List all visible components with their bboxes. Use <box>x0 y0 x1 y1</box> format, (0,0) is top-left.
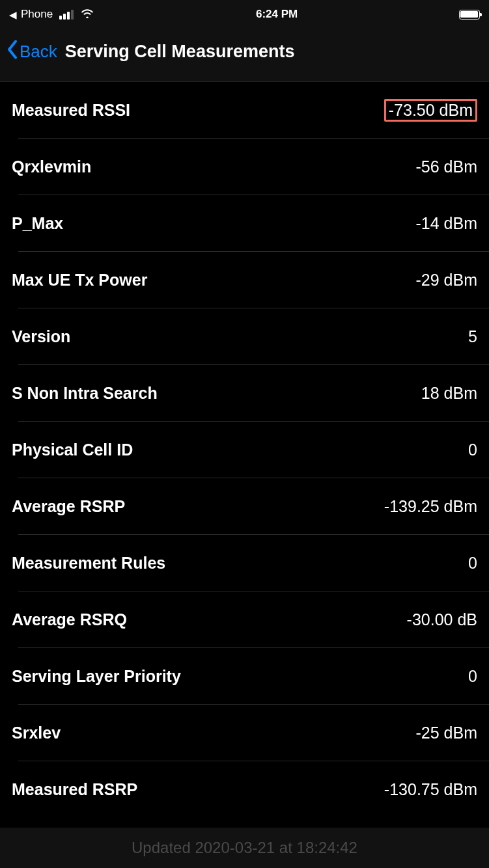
list-item[interactable]: Serving Layer Priority0 <box>0 648 489 705</box>
cellular-signal-icon <box>59 10 74 20</box>
row-value: 5 <box>468 327 477 346</box>
row-value: 0 <box>468 667 477 686</box>
row-value: 0 <box>468 441 477 459</box>
row-value: 0 <box>468 554 477 573</box>
list-item[interactable]: Qrxlevmin-56 dBm <box>0 139 489 195</box>
row-value: -29 dBm <box>416 271 477 290</box>
row-label: Max UE Tx Power <box>12 271 147 290</box>
back-button[interactable]: Back <box>7 40 63 64</box>
chevron-left-icon <box>7 40 18 64</box>
row-label: Physical Cell ID <box>12 441 133 459</box>
row-value: 18 dBm <box>421 384 477 403</box>
row-label: P_Max <box>12 214 63 233</box>
list-item[interactable]: Average RSRP-139.25 dBm <box>0 478 489 535</box>
back-to-app-icon[interactable]: ◀ <box>9 10 17 20</box>
measurement-list[interactable]: Measured RSSI-73.50 dBmQrxlevmin-56 dBmP… <box>0 82 489 818</box>
list-item[interactable]: Measurement Rules0 <box>0 535 489 591</box>
row-label: Measured RSSI <box>12 101 130 120</box>
row-label: Measured RSRP <box>12 780 137 799</box>
row-label: Average RSRQ <box>12 610 127 629</box>
row-label: S Non Intra Search <box>12 384 158 403</box>
back-label: Back <box>20 42 57 62</box>
row-value: -73.50 dBm <box>384 99 477 122</box>
row-value: -139.25 dBm <box>384 497 477 516</box>
footer-overlay: Updated 2020-03-21 at 18:24:42 <box>0 828 489 868</box>
list-item[interactable]: P_Max-14 dBm <box>0 195 489 252</box>
status-left: ◀ Phone <box>9 8 94 21</box>
status-time: 6:24 PM <box>256 8 298 21</box>
battery-icon <box>459 10 480 20</box>
nav-bar: Back Serving Cell Measurements <box>0 29 489 82</box>
list-item[interactable]: Max UE Tx Power-29 dBm <box>0 252 489 308</box>
list-item[interactable]: Srxlev-25 dBm <box>0 705 489 761</box>
row-value: -30.00 dB <box>407 610 477 629</box>
row-label: Qrxlevmin <box>12 157 91 176</box>
status-right <box>459 10 480 20</box>
row-value: -14 dBm <box>416 214 477 233</box>
list-item[interactable]: Average RSRQ-30.00 dB <box>0 591 489 648</box>
row-label: Average RSRP <box>12 497 125 516</box>
row-value: -56 dBm <box>416 157 477 176</box>
row-label: Measurement Rules <box>12 554 165 573</box>
list-item[interactable]: Physical Cell ID0 <box>0 422 489 478</box>
updated-timestamp: Updated 2020-03-21 at 18:24:42 <box>132 839 357 857</box>
row-label: Version <box>12 327 70 346</box>
status-bar: ◀ Phone 6:24 PM <box>0 0 489 29</box>
back-to-app-label[interactable]: Phone <box>21 8 53 21</box>
row-value: -130.75 dBm <box>384 780 477 799</box>
row-label: Serving Layer Priority <box>12 667 181 686</box>
row-value: -25 dBm <box>416 724 477 742</box>
list-item[interactable]: S Non Intra Search18 dBm <box>0 365 489 422</box>
list-item[interactable]: Version5 <box>0 308 489 365</box>
page-title: Serving Cell Measurements <box>65 42 295 62</box>
wifi-icon <box>80 8 94 21</box>
list-item[interactable]: Measured RSRP-130.75 dBm <box>0 761 489 818</box>
list-item[interactable]: Measured RSSI-73.50 dBm <box>0 82 489 139</box>
row-label: Srxlev <box>12 724 61 742</box>
